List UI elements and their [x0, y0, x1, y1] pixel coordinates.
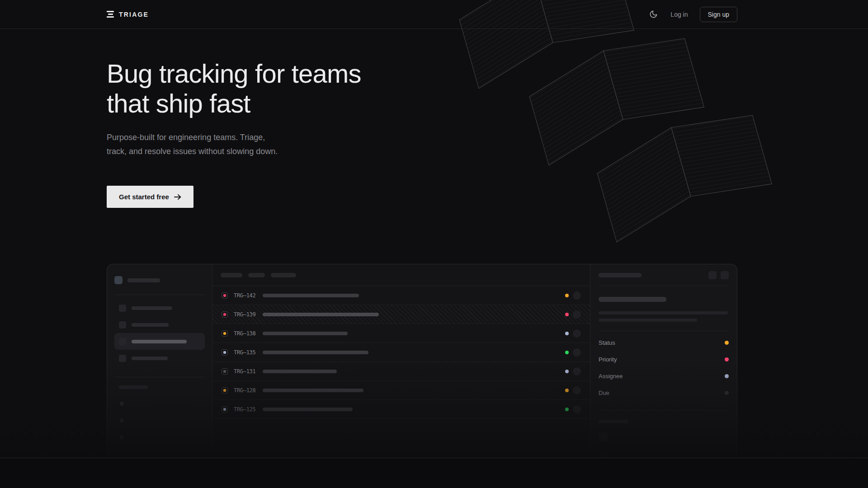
issue-id: TRG–128 [234, 387, 263, 394]
issue-status-dot [565, 313, 569, 316]
login-link[interactable]: Log in [670, 11, 688, 18]
footer [0, 458, 868, 488]
triage-bars-icon [107, 11, 114, 18]
issue-id: TRG–125 [234, 406, 263, 413]
sidebar-item-icon [119, 321, 126, 328]
issue-title-placeholder [263, 351, 368, 354]
sidebar-item-icon [119, 355, 126, 362]
comment-avatar-placeholder [599, 432, 609, 442]
get-started-button[interactable]: Get started free [107, 186, 193, 208]
detail-field-value-dot [725, 374, 729, 378]
issue-type-icon[interactable] [222, 330, 228, 337]
issue-list-header [212, 264, 590, 286]
issue-status-dot [565, 389, 569, 392]
detail-field-label: Priority [599, 356, 617, 363]
issue-type-icon[interactable] [222, 292, 228, 299]
issue-type-icon[interactable] [222, 349, 228, 356]
issue-id: TRG–138 [234, 330, 263, 337]
issue-assignee-avatar[interactable] [573, 348, 581, 357]
issue-row[interactable]: TRG–128 [212, 381, 590, 400]
sidebar-item-label-placeholder [132, 306, 172, 310]
list-filter-placeholder[interactable] [271, 273, 296, 277]
workspace-avatar [114, 276, 123, 284]
signup-button[interactable]: Sign up [700, 7, 737, 22]
detail-field-row[interactable]: Due [599, 385, 729, 401]
hero-section: Bug tracking for teams that ship fast Pu… [0, 29, 868, 458]
sidebar-divider [114, 377, 205, 377]
issue-description-placeholder [599, 311, 728, 314]
detail-field-row[interactable]: Status [599, 334, 729, 351]
sidebar-user-dot [120, 418, 124, 422]
issue-assignee-avatar[interactable] [573, 291, 581, 300]
top-nav: TRIAGE Log in Sign up [0, 0, 868, 29]
issue-title-placeholder [263, 294, 359, 297]
sidebar-item-label-placeholder [132, 323, 169, 327]
sidebar-item-label-placeholder [132, 357, 168, 360]
issue-id: TRG–139 [234, 311, 263, 318]
sidebar-nav-item[interactable] [114, 300, 205, 316]
issue-id: TRG–135 [234, 349, 263, 356]
sidebar-nav-item[interactable] [114, 350, 205, 366]
issue-id: TRG–142 [234, 292, 263, 299]
sidebar-section-label-placeholder [119, 385, 148, 389]
issue-title-placeholder [263, 332, 348, 335]
issue-row[interactable]: TRG–131 [212, 362, 590, 381]
issue-type-icon[interactable] [222, 368, 228, 375]
issue-row[interactable]: TRG–138 [212, 324, 590, 343]
issue-assignee-avatar[interactable] [573, 329, 581, 338]
detail-field-row[interactable]: Assignee [599, 368, 729, 385]
panel-title-placeholder [599, 273, 642, 277]
issue-title-placeholder [263, 408, 353, 411]
get-started-label: Get started free [119, 193, 169, 201]
detail-field-label: Status [599, 339, 615, 346]
issue-description-placeholder [599, 319, 697, 322]
panel-action-button[interactable] [708, 271, 717, 279]
issue-status-dot [565, 408, 569, 411]
detail-field-label: Due [599, 389, 609, 396]
issue-row[interactable]: TRG–139 [212, 305, 590, 324]
panel-action-button[interactable] [721, 271, 729, 279]
issue-assignee-avatar[interactable] [573, 310, 581, 319]
sidebar-user-dot [120, 402, 124, 406]
brand-name: TRIAGE [119, 11, 149, 18]
issue-title-placeholder [263, 389, 363, 392]
issue-type-icon[interactable] [222, 406, 228, 413]
brand-logo[interactable]: TRIAGE [107, 11, 149, 18]
comments-label-placeholder [599, 420, 628, 423]
detail-field-value-dot [725, 357, 729, 361]
theme-toggle-button[interactable] [648, 9, 659, 20]
detail-field-row[interactable]: Priority [599, 351, 729, 368]
sidebar-divider [114, 295, 205, 295]
sidebar-item-icon [119, 338, 126, 345]
issue-status-dot [565, 351, 569, 354]
sidebar-user-dot [120, 435, 124, 439]
sidebar-nav-item[interactable] [114, 316, 205, 333]
list-filter-placeholder[interactable] [221, 273, 242, 277]
panel-divider [599, 331, 729, 331]
issue-list: TRG–142 TRG–139 TRG–138 TRG–135 [212, 264, 590, 487]
sidebar-nav-item[interactable] [114, 333, 205, 350]
panel-divider [599, 410, 729, 411]
issue-status-dot [565, 332, 569, 335]
issue-title-placeholder [599, 297, 666, 302]
detail-field-value-dot [725, 391, 729, 395]
issue-type-icon[interactable] [222, 387, 228, 394]
sidebar-item-label-placeholder [132, 340, 187, 343]
issue-title-placeholder [263, 313, 379, 316]
issue-row[interactable]: TRG–135 [212, 343, 590, 362]
preview-sidebar [107, 264, 212, 487]
issue-row[interactable]: TRG–142 [212, 286, 590, 305]
issue-detail-panel: StatusPriorityAssigneeDue [590, 264, 737, 487]
moon-icon [649, 10, 658, 19]
issue-assignee-avatar[interactable] [573, 386, 581, 394]
detail-field-value-dot [725, 341, 729, 345]
issue-row[interactable]: TRG–125 [212, 400, 590, 419]
list-filter-placeholder[interactable] [248, 273, 265, 277]
issue-type-icon[interactable] [222, 311, 228, 318]
issue-status-dot [565, 370, 569, 373]
issue-assignee-avatar[interactable] [573, 367, 581, 375]
hero-subtitle: Purpose-built for engineering teams. Tri… [107, 131, 284, 159]
issue-assignee-avatar[interactable] [573, 405, 581, 413]
issue-id: TRG–131 [234, 368, 263, 375]
page-title: Bug tracking for teams that ship fast [107, 59, 396, 118]
